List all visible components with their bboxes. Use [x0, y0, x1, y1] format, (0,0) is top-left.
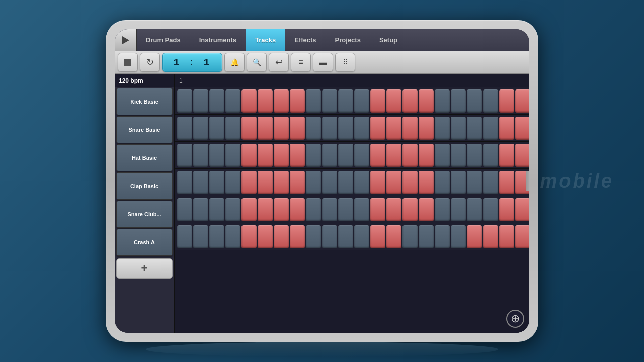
tab-effects[interactable]: Effects [285, 29, 326, 51]
beat-cell-t0-b19[interactable] [483, 89, 498, 113]
add-track-button[interactable]: + [116, 258, 173, 279]
add-pattern-button[interactable]: ⊕ [506, 310, 524, 328]
beat-cell-t5-b11[interactable] [354, 225, 369, 248]
beat-cell-t4-b0[interactable] [177, 198, 192, 221]
beat-cell-t4-b13[interactable] [386, 198, 401, 221]
beat-cell-t5-b1[interactable] [193, 225, 208, 248]
beat-cell-t3-b13[interactable] [386, 171, 401, 194]
beat-cell-t2-b5[interactable] [258, 144, 273, 167]
tab-drum-pads[interactable]: Drum Pads [137, 29, 190, 51]
track-label-snare-basic[interactable]: Snare Basic [116, 116, 173, 143]
beat-cell-t1-b14[interactable] [403, 117, 418, 140]
track-label-snare-club[interactable]: Snare Club... [116, 201, 173, 228]
beat-cell-t3-b20[interactable] [499, 171, 514, 194]
beat-cell-t0-b13[interactable] [386, 89, 401, 113]
beat-cell-t3-b7[interactable] [290, 171, 305, 194]
beat-cell-t1-b11[interactable] [354, 117, 369, 140]
beat-cell-t0-b2[interactable] [209, 89, 224, 113]
beat-cell-t5-b15[interactable] [419, 225, 434, 248]
beat-cell-t0-b9[interactable] [322, 89, 337, 113]
tab-projects[interactable]: Projects [326, 29, 370, 51]
beat-cell-t2-b8[interactable] [306, 144, 321, 167]
beat-cell-t5-b6[interactable] [274, 225, 289, 248]
beat-cell-t4-b2[interactable] [209, 198, 224, 221]
beat-cell-t4-b5[interactable] [258, 198, 273, 221]
beat-cell-t4-b10[interactable] [338, 198, 353, 221]
beat-cell-t4-b17[interactable] [451, 198, 466, 221]
beat-cell-t4-b18[interactable] [467, 198, 482, 221]
beat-cell-t3-b18[interactable] [467, 171, 482, 194]
beat-cell-t2-b2[interactable] [209, 144, 224, 167]
beat-cell-t3-b1[interactable] [193, 171, 208, 194]
beat-cell-t0-b1[interactable] [193, 89, 208, 113]
beat-cell-t1-b2[interactable] [209, 117, 224, 140]
beat-cell-t0-b10[interactable] [338, 89, 353, 113]
beat-cell-t1-b21[interactable] [515, 117, 529, 140]
beat-cell-t2-b12[interactable] [370, 144, 385, 167]
beat-cell-t2-b1[interactable] [193, 144, 208, 167]
beat-cell-t2-b0[interactable] [177, 144, 192, 167]
beat-cell-t2-b16[interactable] [435, 144, 450, 167]
play-button[interactable] [115, 29, 137, 51]
beat-cell-t2-b10[interactable] [338, 144, 353, 167]
beat-cell-t1-b20[interactable] [499, 117, 514, 140]
beat-cell-t1-b7[interactable] [290, 117, 305, 140]
loop-button[interactable]: ↻ [140, 53, 160, 72]
beat-cell-t0-b20[interactable] [499, 89, 514, 113]
beat-cell-t3-b0[interactable] [177, 171, 192, 194]
beat-cell-t3-b19[interactable] [483, 171, 498, 194]
beat-cell-t2-b13[interactable] [386, 144, 401, 167]
beat-cell-t0-b6[interactable] [274, 89, 289, 113]
beat-cell-t3-b11[interactable] [354, 171, 369, 194]
track-label-crash-a[interactable]: Crash A [116, 229, 173, 256]
beat-cell-t3-b8[interactable] [306, 171, 321, 194]
beat-cell-t2-b14[interactable] [403, 144, 418, 167]
beat-cell-t3-b2[interactable] [209, 171, 224, 194]
beat-cell-t3-b15[interactable] [419, 171, 434, 194]
beat-cell-t3-b9[interactable] [322, 171, 337, 194]
beat-cell-t1-b6[interactable] [274, 117, 289, 140]
beat-cell-t0-b12[interactable] [370, 89, 385, 113]
beat-cell-t0-b18[interactable] [467, 89, 482, 113]
beat-cell-t0-b15[interactable] [419, 89, 434, 113]
beat-cell-t2-b9[interactable] [322, 144, 337, 167]
beat-cell-t4-b12[interactable] [370, 198, 385, 221]
beat-cell-t5-b18[interactable] [467, 225, 482, 248]
beat-cell-t5-b2[interactable] [209, 225, 224, 248]
beat-cell-t4-b1[interactable] [193, 198, 208, 221]
tab-instruments[interactable]: Instruments [190, 29, 246, 51]
beat-cell-t1-b15[interactable] [419, 117, 434, 140]
metronome-button[interactable]: 🔔 [224, 53, 245, 72]
beat-cell-t5-b19[interactable] [483, 225, 498, 248]
beat-cell-t0-b7[interactable] [290, 89, 305, 113]
beat-cell-t5-b21[interactable] [515, 225, 529, 248]
undo-button[interactable]: ↩ [269, 53, 289, 72]
beat-cell-t5-b3[interactable] [225, 225, 240, 248]
beat-cell-t4-b16[interactable] [435, 198, 450, 221]
beat-cell-t3-b12[interactable] [370, 171, 385, 194]
beat-cell-t1-b17[interactable] [451, 117, 466, 140]
beat-cell-t3-b10[interactable] [338, 171, 353, 194]
beat-cell-t3-b5[interactable] [258, 171, 273, 194]
beat-cell-t2-b7[interactable] [290, 144, 305, 167]
beat-cell-t5-b17[interactable] [451, 225, 466, 248]
detail-view-button[interactable]: ▬ [313, 53, 333, 72]
beat-cell-t4-b6[interactable] [274, 198, 289, 221]
beat-cell-t5-b10[interactable] [338, 225, 353, 248]
beat-cell-t1-b5[interactable] [258, 117, 273, 140]
track-label-clap-basic[interactable]: Clap Basic [116, 172, 173, 200]
beat-cell-t4-b9[interactable] [322, 198, 337, 221]
beat-cell-t1-b8[interactable] [306, 117, 321, 140]
beat-cell-t1-b13[interactable] [386, 117, 401, 140]
tab-tracks[interactable]: Tracks [246, 29, 285, 51]
beat-cell-t3-b4[interactable] [242, 171, 257, 194]
tab-setup[interactable]: Setup [370, 29, 407, 51]
stop-button[interactable] [118, 53, 138, 72]
beat-cell-t3-b14[interactable] [403, 171, 418, 194]
beat-cell-t0-b16[interactable] [435, 89, 450, 113]
beat-cell-t3-b6[interactable] [274, 171, 289, 194]
beat-cell-t2-b21[interactable] [515, 144, 529, 167]
beat-cell-t1-b16[interactable] [435, 117, 450, 140]
grid-view-button[interactable]: ⠿ [335, 53, 355, 72]
track-label-kick-basic[interactable]: Kick Basic [116, 88, 173, 115]
